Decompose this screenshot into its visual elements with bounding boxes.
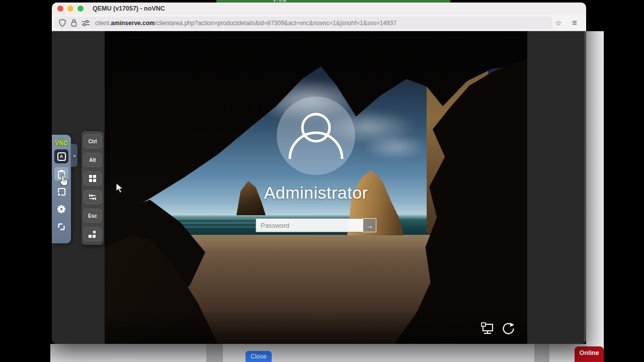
esc-key-button[interactable]: Esc (84, 209, 102, 223)
extra-keys-panel: Ctrl Alt Esc (82, 131, 104, 245)
fullscreen-icon (58, 188, 65, 196)
traffic-light-close[interactable] (57, 6, 63, 12)
page-dim-column-right (534, 344, 549, 362)
url-path: /clientarea.php?action=productdetails&id… (155, 20, 396, 27)
windows-key-button[interactable] (84, 171, 102, 186)
content-scrollbar[interactable] (584, 31, 586, 344)
page-modal-right-edge (586, 31, 604, 362)
tab-key-button[interactable] (84, 190, 102, 204)
hamburger-menu-icon[interactable]: ≡ (567, 15, 582, 31)
window-titlebar: QEMU (v17057) - noVNC (52, 3, 586, 15)
disconnect-icon (57, 222, 66, 231)
password-input[interactable] (256, 218, 363, 232)
alt-key-button[interactable]: Alt (84, 153, 102, 167)
vnc-canvas[interactable]: Administrator → (105, 31, 527, 344)
novnc-logo: no VNC (52, 135, 71, 146)
close-button[interactable]: Close (246, 351, 272, 362)
novnc-control-bar: no VNC A (52, 135, 71, 243)
gear-icon (57, 205, 66, 214)
settings-button[interactable] (54, 202, 68, 216)
keyboard-button[interactable]: A (54, 149, 68, 163)
password-row: → (256, 218, 376, 232)
shield-icon[interactable] (58, 19, 66, 27)
novnc-logo-line2: VNC (52, 141, 71, 146)
background-page-bottom (50, 344, 604, 362)
browser-content: Administrator → (52, 31, 586, 344)
url-domain: aminserve.com (111, 20, 154, 27)
disconnect-button[interactable] (54, 220, 68, 234)
traffic-light-maximize[interactable] (77, 6, 84, 12)
ctrl-alt-del-button[interactable] (84, 227, 102, 241)
tab-icon (88, 194, 97, 201)
ctrl-key-button[interactable]: Ctrl (84, 134, 102, 148)
page-dim-column-left (206, 344, 223, 362)
traffic-light-minimize[interactable] (67, 6, 73, 12)
lock-icon[interactable] (70, 19, 77, 27)
cloud (364, 134, 427, 159)
browser-toolbar: client.aminserve.com/clientarea.php?acti… (52, 15, 586, 31)
network-icon[interactable] (479, 322, 495, 336)
browser-window: QEMU (v17057) - noVNC client.aminserve.c… (52, 3, 586, 344)
remote-arrow-cursor (116, 183, 124, 196)
username-label: Administrator (105, 183, 527, 203)
ctrl-alt-del-icon (89, 231, 97, 238)
person-icon (277, 97, 355, 175)
bookmark-star-icon[interactable]: ☆ (551, 15, 566, 31)
keyboard-icon: A (57, 152, 66, 161)
online-chat-badge[interactable]: Online (575, 346, 604, 362)
lockscreen-system-icons (479, 322, 515, 336)
password-submit-button[interactable]: → (363, 218, 376, 232)
windows-icon (89, 175, 96, 182)
control-bar-handle[interactable]: ◂ (71, 144, 77, 167)
url-text[interactable]: client.aminserve.com/clientarea.php?acti… (95, 20, 396, 27)
url-prefix: client. (95, 20, 111, 27)
ease-of-access-icon[interactable] (502, 322, 515, 336)
url-bar[interactable]: client.aminserve.com/clientarea.php?acti… (54, 17, 552, 29)
hand-pointer-cursor (59, 174, 69, 188)
bottom-shadow (105, 309, 527, 344)
user-avatar (277, 97, 355, 175)
permissions-sliders-icon[interactable] (82, 20, 90, 27)
window-title: QEMU (v17057) - noVNC (93, 5, 165, 12)
